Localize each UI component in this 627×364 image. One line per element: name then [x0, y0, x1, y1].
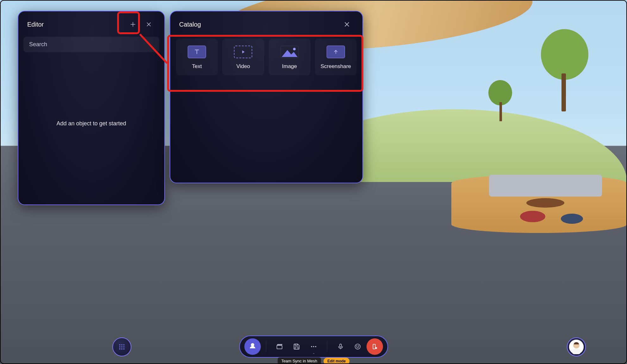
status-bar: Team Sync in Mesh Edit mode — [278, 357, 349, 364]
video-icon — [234, 46, 252, 58]
svg-point-29 — [375, 347, 377, 349]
svg-point-25 — [355, 344, 360, 349]
avatar-icon — [569, 340, 584, 354]
couch — [489, 175, 602, 197]
plus-icon — [129, 21, 136, 28]
editor-title: Editor — [27, 21, 44, 28]
chevron-up-icon: ⌃ — [312, 353, 315, 356]
svg-point-11 — [123, 344, 125, 346]
dock-save-button[interactable] — [288, 338, 305, 355]
add-button[interactable] — [126, 18, 140, 31]
dock-clapperboard-button[interactable] — [271, 338, 288, 355]
catalog-item-video[interactable]: Video — [222, 39, 264, 75]
catalog-item-label: Image — [282, 63, 297, 70]
svg-point-22 — [313, 346, 314, 347]
close-icon — [146, 21, 152, 28]
svg-point-26 — [356, 346, 357, 346]
svg-rect-28 — [373, 344, 375, 349]
catalog-item-label: Screenshare — [321, 63, 351, 70]
svg-point-9 — [119, 344, 121, 346]
catalog-panel: Catalog Text Video Image — [170, 11, 363, 183]
editor-panel: Editor Search Add an object to get start… — [18, 11, 165, 205]
svg-point-15 — [119, 348, 121, 350]
tree-small — [486, 80, 514, 121]
svg-point-27 — [358, 346, 359, 346]
svg-point-16 — [121, 348, 122, 350]
catalog-item-label: Video — [236, 63, 250, 70]
avatar-button[interactable] — [567, 337, 586, 356]
svg-point-23 — [315, 346, 316, 347]
leave-icon — [371, 343, 378, 350]
dock-more-button[interactable]: ⌃ — [305, 338, 322, 355]
app-launcher-button[interactable] — [112, 337, 131, 356]
clapperboard-icon — [276, 343, 283, 350]
editor-empty-message: Add an object to get started — [18, 43, 164, 204]
save-icon — [293, 343, 300, 350]
microphone-icon — [337, 343, 344, 350]
tree-large — [536, 29, 589, 111]
svg-rect-19 — [295, 344, 297, 346]
svg-rect-24 — [340, 344, 342, 347]
text-icon — [188, 46, 206, 58]
svg-rect-32 — [572, 349, 580, 354]
ottoman-red — [520, 211, 545, 222]
dock: ⌃ — [239, 336, 388, 358]
svg-point-17 — [123, 348, 125, 350]
mode-badge: Edit mode — [323, 358, 349, 364]
session-name: Team Sync in Mesh — [278, 357, 321, 364]
catalog-item-label: Text — [192, 63, 202, 70]
close-icon — [343, 21, 350, 28]
svg-point-10 — [121, 344, 122, 346]
environment-icon — [248, 342, 257, 351]
dock-reactions-button[interactable] — [349, 338, 366, 355]
catalog-item-screenshare[interactable]: Screenshare — [315, 39, 357, 75]
svg-point-12 — [119, 346, 121, 348]
catalog-item-text[interactable]: Text — [176, 39, 218, 75]
svg-point-7 — [293, 48, 296, 50]
catalog-title: Catalog — [179, 21, 201, 28]
coffee-table — [526, 198, 564, 208]
close-editor-button[interactable] — [142, 18, 155, 31]
svg-point-13 — [121, 346, 122, 348]
dock-microphone-button[interactable] — [332, 338, 349, 355]
svg-point-14 — [123, 346, 125, 348]
grid-icon — [118, 343, 125, 350]
catalog-item-image[interactable]: Image — [269, 39, 310, 75]
dock-leave-button[interactable] — [367, 338, 383, 355]
screenshare-icon — [327, 46, 345, 58]
smile-icon — [354, 343, 361, 350]
more-icon — [310, 343, 317, 350]
svg-point-21 — [311, 346, 312, 347]
svg-rect-20 — [295, 347, 298, 349]
svg-rect-18 — [277, 345, 282, 349]
image-icon — [280, 46, 299, 58]
dock-environment-button[interactable] — [244, 338, 261, 355]
close-catalog-button[interactable] — [340, 18, 354, 31]
